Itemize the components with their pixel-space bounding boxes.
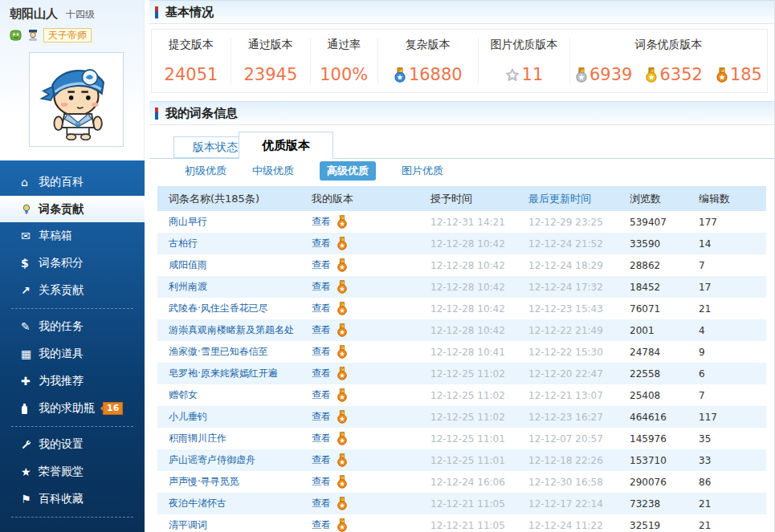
table-row: 夜泊牛渚怀古 查看 12-12-21 11:05 12-12-17 22:14 … — [157, 493, 766, 514]
entries-title: 我的词条信息 — [165, 106, 238, 121]
stat-submitted: 提交版本 24051 — [152, 38, 231, 84]
view-link[interactable]: 查看 — [312, 497, 331, 510]
view-link[interactable]: 查看 — [312, 258, 331, 272]
edit-count: 33 — [699, 455, 766, 466]
col-my-version: 我的版本 — [312, 192, 430, 206]
sidebar-item-drafts[interactable]: ✉ 草稿箱 — [0, 222, 145, 250]
sidebar-item-baike-favorites[interactable]: ⚑ 百科收藏 — [0, 485, 145, 513]
updated-time: 12-12-23 15:43 — [528, 303, 630, 315]
sidebar-item-entry-contribution[interactable]: 词条贡献 — [0, 196, 145, 222]
sidebar-item-label: 关系贡献 — [39, 283, 84, 298]
view-link[interactable]: 查看 — [312, 518, 331, 532]
entry-link[interactable]: 夜泊牛渚怀古 — [157, 497, 312, 510]
subtab-senior-quality[interactable]: 高级优质 — [320, 161, 376, 181]
updated-time: 12-12-22 15:30 — [528, 347, 630, 358]
edit-count: 21 — [699, 498, 766, 510]
subtab-intermediate-quality[interactable]: 中级优质 — [252, 164, 294, 178]
stat-image-quality: 图片优质版本 11 — [479, 38, 570, 84]
edit-count: 14 — [699, 238, 766, 250]
quality-medal-icon — [337, 215, 348, 229]
quality-medal-icon — [337, 388, 348, 402]
col-entry-name: 词条名称(共185条) — [157, 192, 312, 206]
stat-submitted-value: 24051 — [165, 65, 218, 84]
sidebar-item-help-bottle[interactable]: 我的求助瓶 16 — [0, 395, 145, 422]
relation-arrow-icon: ↗ — [21, 284, 39, 297]
entry-link[interactable]: 积雨辋川庄作 — [157, 432, 312, 445]
entry-link[interactable]: 咸阳值雨 — [157, 258, 312, 272]
updated-time: 12-12-20 22:47 — [528, 368, 630, 380]
sidebar-item-recommended[interactable]: ✚ 为我推荐 — [0, 368, 145, 395]
quality-medal-icon — [337, 432, 348, 445]
granted-time: 12-12-28 10:42 — [430, 238, 528, 250]
view-link[interactable]: 查看 — [312, 345, 331, 359]
view-count: 153710 — [630, 455, 699, 466]
gold-medal-icon — [645, 67, 658, 83]
granted-time: 12-12-28 10:42 — [430, 260, 528, 271]
updated-time: 12-12-21 13:07 — [528, 390, 630, 401]
updated-time: 12-12-23 16:27 — [528, 412, 630, 423]
col-last-updated[interactable]: 最后更新时间 — [528, 192, 630, 206]
props-icon: ▦ — [21, 347, 39, 360]
entry-link[interactable]: 小儿垂钓 — [157, 410, 312, 424]
avatar[interactable] — [29, 52, 124, 147]
sidebar-item-hall-of-honor[interactable]: ★ 荣誉殿堂 — [0, 458, 145, 485]
scholar-badge-icon — [27, 29, 39, 42]
tab-quality-versions[interactable]: 优质版本 — [239, 132, 333, 159]
updated-time: 12-12-22 21:49 — [528, 325, 630, 336]
edit-count: 6 — [699, 368, 766, 380]
entry-link[interactable]: 庐山谣寄卢侍御虚舟 — [157, 453, 312, 467]
table-row: 积雨辋川庄作 查看 12-12-25 11:01 12-12-07 20:57 … — [157, 428, 766, 449]
view-link[interactable]: 查看 — [312, 388, 331, 402]
sidebar-item-my-baike[interactable]: ⌂ 我的百科 — [0, 169, 145, 196]
view-count: 25408 — [630, 390, 699, 401]
view-link[interactable]: 查看 — [312, 453, 331, 467]
table-row: 渔家傲·雪里已知春信至 查看 12-12-28 10:41 12-12-22 1… — [157, 341, 766, 363]
menu-divider — [11, 308, 133, 309]
sidebar-item-my-settings[interactable]: 我的设置 — [0, 431, 145, 458]
updated-time: 12-12-30 16:58 — [528, 477, 630, 488]
table-row: 利州南渡 查看 12-12-28 10:42 12-12-24 17:32 18… — [157, 276, 766, 298]
sidebar-item-my-tasks[interactable]: ✎ 我的任务 — [0, 313, 145, 340]
entry-link[interactable]: 皂罗袍·原来姹紫嫣红开遍 — [157, 367, 312, 380]
basic-info-header: 基本情况 — [149, 0, 774, 24]
view-link[interactable]: 查看 — [312, 237, 331, 250]
view-count: 24784 — [630, 347, 699, 358]
entry-link[interactable]: 清平调词 — [157, 518, 312, 532]
edit-count: 86 — [699, 477, 766, 488]
quality-medal-icon — [337, 237, 348, 250]
entry-link[interactable]: 商山早行 — [157, 215, 312, 229]
entry-link[interactable]: 古柏行 — [157, 237, 312, 250]
subtab-junior-quality[interactable]: 初级优质 — [185, 164, 226, 178]
silver-medal-count: 6939 — [589, 65, 632, 84]
entry-link[interactable]: 武陵春·风住尘香花已尽 — [157, 302, 312, 315]
updated-time: 12-12-24 17:32 — [528, 282, 630, 293]
table-row: 游崇真观南楼睹新及第题名处 查看 12-12-28 10:42 12-12-22… — [157, 319, 766, 341]
view-link[interactable]: 查看 — [312, 432, 331, 445]
entry-link[interactable]: 赠邻女 — [157, 388, 312, 402]
entry-link[interactable]: 渔家傲·雪里已知春信至 — [157, 345, 312, 359]
sidebar-item-entry-points[interactable]: $ 词条积分 — [0, 250, 145, 277]
bulb-icon — [21, 204, 39, 215]
entry-link[interactable]: 游崇真观南楼睹新及第题名处 — [157, 323, 312, 337]
view-link[interactable]: 查看 — [312, 302, 331, 315]
table-row: 声声慢·寻寻觅觅 查看 12-12-24 16:06 12-12-30 16:5… — [157, 471, 766, 493]
sidebar-item-relation-contribution[interactable]: ↗ 关系贡献 — [0, 277, 145, 304]
view-link[interactable]: 查看 — [312, 367, 331, 380]
entry-link[interactable]: 声声慢·寻寻觅觅 — [157, 475, 312, 489]
sidebar-item-label: 草稿箱 — [39, 229, 72, 243]
sidebar-item-label: 为我推荐 — [39, 374, 84, 388]
view-link[interactable]: 查看 — [312, 475, 331, 489]
entry-link[interactable]: 利州南渡 — [157, 280, 312, 294]
subtab-image-quality[interactable]: 图片优质 — [402, 164, 443, 178]
view-link[interactable]: 查看 — [312, 410, 331, 424]
view-link[interactable]: 查看 — [312, 215, 331, 229]
sidebar-item-my-props[interactable]: ▦ 我的道具 — [0, 340, 145, 368]
granted-time: 12-12-28 10:42 — [430, 282, 528, 293]
view-link[interactable]: 查看 — [312, 323, 331, 337]
username: 朝阳山人 — [10, 6, 58, 21]
subtabs-row: 初级优质 中级优质 高级优质 图片优质 — [149, 159, 774, 182]
view-count: 73238 — [630, 498, 699, 510]
quality-medal-icon — [337, 475, 348, 489]
view-link[interactable]: 查看 — [312, 280, 331, 294]
granted-time: 12-12-28 10:42 — [430, 325, 528, 336]
